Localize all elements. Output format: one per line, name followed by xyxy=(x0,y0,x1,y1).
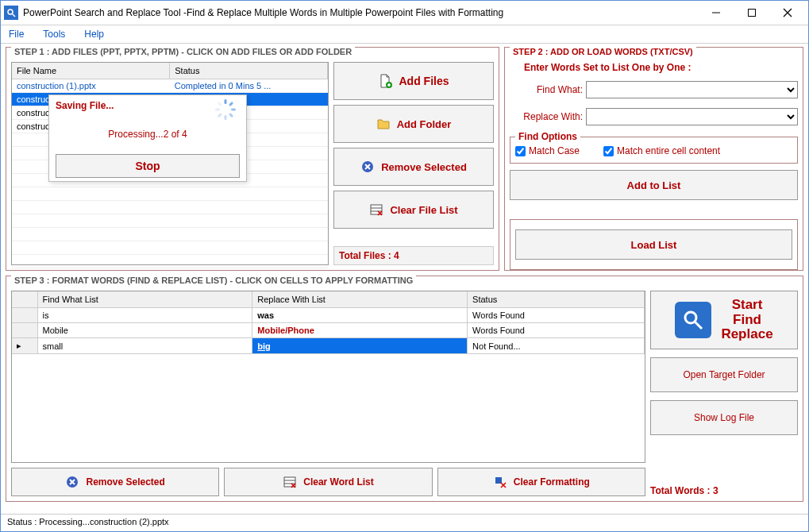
open-target-folder-button[interactable]: Open Target Folder xyxy=(650,357,798,392)
match-entire-checkbox[interactable]: Match entire cell content xyxy=(603,145,720,156)
col-status[interactable]: Status xyxy=(170,63,328,79)
row-indicator-icon: ▸ xyxy=(12,338,37,354)
svg-rect-3 xyxy=(748,10,755,17)
window-title: PowerPoint Search and Replace Tool -Find… xyxy=(23,7,698,18)
word-row[interactable]: ▸ small big Not Found... xyxy=(12,338,645,354)
enter-words-label: Enter Words Set to List One by One : xyxy=(510,62,798,73)
total-files-label: Total Files : 4 xyxy=(333,246,494,265)
stop-button[interactable]: Stop xyxy=(56,154,240,178)
clear-formatting-icon xyxy=(493,475,507,489)
svg-point-16 xyxy=(685,312,696,323)
show-log-file-button[interactable]: Show Log File xyxy=(650,400,798,435)
maximize-button[interactable] xyxy=(734,2,769,24)
file-add-icon xyxy=(378,74,392,88)
find-what-label: Find What: xyxy=(510,84,583,95)
find-what-combo[interactable] xyxy=(586,81,798,98)
col-status[interactable]: Status xyxy=(468,291,645,308)
menu-file[interactable]: File xyxy=(9,29,24,40)
svg-rect-22 xyxy=(225,115,227,120)
clear-formatting-button[interactable]: Clear Formatting xyxy=(437,468,645,496)
clear-word-list-button[interactable]: Clear Word List xyxy=(224,468,432,496)
close-button[interactable] xyxy=(769,2,805,24)
col-find[interactable]: Find What List xyxy=(37,291,252,308)
minimize-button[interactable] xyxy=(698,2,734,24)
remove-selected-button[interactable]: Remove Selected xyxy=(333,148,494,186)
clear-list-icon xyxy=(369,202,383,217)
step2-panel: STEP 2 : ADD OR LOAD WORDS (TXT/CSV) Ent… xyxy=(504,47,803,271)
search-icon xyxy=(675,302,711,338)
start-find-replace-button[interactable]: StartFindReplace xyxy=(650,291,798,349)
menu-tools[interactable]: Tools xyxy=(43,29,65,40)
add-to-list-button[interactable]: Add to List xyxy=(510,170,798,200)
col-replace[interactable]: Replace With List xyxy=(252,291,468,308)
replace-with-combo[interactable] xyxy=(586,108,798,125)
load-list-button[interactable]: Load List xyxy=(515,229,792,260)
remove-icon xyxy=(65,475,79,489)
svg-line-1 xyxy=(13,14,16,17)
svg-rect-15 xyxy=(495,477,502,484)
saving-dialog: Saving File... Processing...2 of 4 Stop xyxy=(48,94,247,182)
word-row[interactable]: is was Words Found xyxy=(12,308,645,323)
find-options-legend: Find Options xyxy=(515,131,580,142)
svg-rect-23 xyxy=(218,113,222,118)
svg-rect-20 xyxy=(231,109,236,111)
window-controls xyxy=(698,2,805,24)
svg-line-17 xyxy=(695,322,702,329)
word-row[interactable]: Mobile Mobile/Phone Words Found xyxy=(12,323,645,338)
col-filename[interactable]: File Name xyxy=(12,63,170,79)
step3-legend: STEP 3 : FORMAT WORDS (FIND & REPLACE LI… xyxy=(11,276,416,285)
match-case-checkbox[interactable]: Match Case xyxy=(515,145,580,156)
menu-help[interactable]: Help xyxy=(84,29,104,40)
svg-rect-24 xyxy=(215,109,220,111)
svg-point-0 xyxy=(8,10,13,14)
remove-icon xyxy=(360,160,375,174)
clear-file-list-button[interactable]: Clear File List xyxy=(333,191,494,229)
step2-legend: STEP 2 : ADD OR LOAD WORDS (TXT/CSV) xyxy=(510,47,696,56)
spinner-icon xyxy=(214,98,237,121)
svg-rect-21 xyxy=(229,113,233,118)
processing-text: Processing...2 of 4 xyxy=(56,129,240,140)
step1-legend: STEP 1 : ADD FILES (PPT, PPTX, PPTM) - C… xyxy=(11,47,355,56)
replace-with-label: Replace With: xyxy=(510,111,583,122)
svg-rect-18 xyxy=(225,99,227,104)
file-row[interactable]: construction (1).pptx Completed in 0 Min… xyxy=(12,79,328,93)
step3-panel: STEP 3 : FORMAT WORDS (FIND & REPLACE LI… xyxy=(6,276,803,502)
find-options-group: Find Options Match Case Match entire cel… xyxy=(510,137,798,164)
status-bar: Status : Processing...construction (2).p… xyxy=(1,514,808,531)
title-bar: PowerPoint Search and Replace Tool -Find… xyxy=(1,1,808,25)
add-folder-button[interactable]: Add Folder xyxy=(333,105,494,143)
remove-selected-word-button[interactable]: Remove Selected xyxy=(11,468,219,496)
folder-icon xyxy=(376,117,391,131)
saving-title: Saving File... xyxy=(56,100,240,111)
app-icon xyxy=(4,6,18,20)
word-table[interactable]: Find What List Replace With List Status … xyxy=(11,291,645,463)
total-words-label: Total Words : 3 xyxy=(650,485,798,496)
menu-bar: File Tools Help xyxy=(1,25,808,44)
svg-rect-19 xyxy=(229,102,233,106)
svg-rect-25 xyxy=(218,102,222,106)
add-files-button[interactable]: Add Files xyxy=(333,62,494,100)
start-label: StartFindReplace xyxy=(721,298,772,342)
clear-list-icon xyxy=(283,475,297,489)
